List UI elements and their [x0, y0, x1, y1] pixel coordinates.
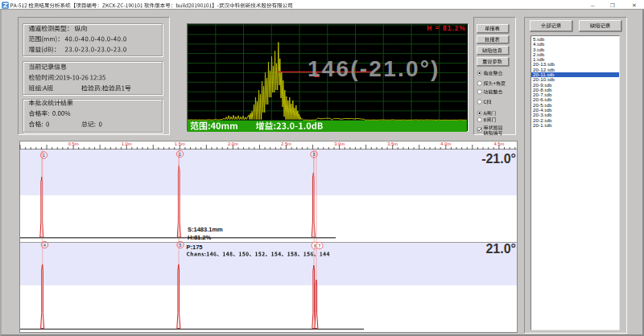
svg-text:4.0m: 4.0m [440, 141, 451, 146]
svg-text:2: 2 [179, 153, 181, 157]
svg-text:3.5m: 3.5m [387, 141, 398, 146]
svg-text:7: 7 [319, 244, 321, 248]
svg-text:1: 1 [43, 154, 45, 158]
svg-text:2.5m: 2.5m [281, 141, 291, 146]
svg-text:5: 5 [180, 244, 182, 248]
svg-text:4: 4 [43, 244, 46, 248]
svg-text:4.5m: 4.5m [493, 141, 504, 146]
svg-text:1.5m: 1.5m [175, 141, 185, 146]
svg-text:1.0m: 1.0m [122, 141, 132, 146]
svg-text:3.0m: 3.0m [334, 141, 345, 146]
svg-text:2.0m: 2.0m [228, 141, 238, 146]
svg-text:3: 3 [313, 153, 316, 157]
svg-text:0.5m: 0.5m [68, 141, 79, 146]
